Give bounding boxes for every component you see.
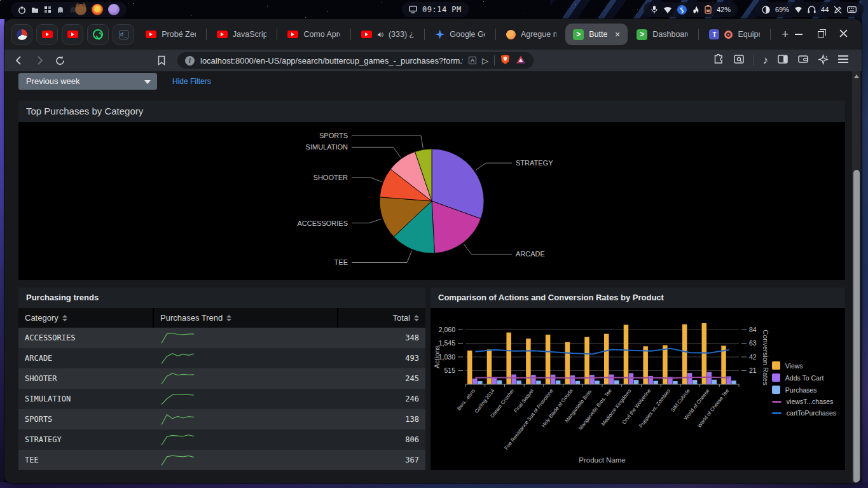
column-header-total[interactable]: Total — [338, 308, 425, 328]
legend-item-cart-to-purchases[interactable]: cartToPurchases — [772, 409, 836, 417]
table-row[interactable]: SHOOTER245 — [18, 368, 425, 389]
table-row[interactable]: TEE367 — [18, 450, 425, 470]
line-viewstchases[interactable] — [475, 377, 729, 379]
bar-adds-to-cart[interactable] — [492, 378, 497, 384]
bat-rewards-icon[interactable] — [516, 55, 526, 67]
page-scrollbar[interactable] — [852, 71, 860, 483]
bar-purchases[interactable] — [634, 380, 639, 384]
extensions-icon[interactable] — [713, 53, 724, 67]
screenshot-search-icon[interactable] — [733, 53, 745, 67]
bar-purchases[interactable] — [653, 381, 658, 384]
bar-views[interactable] — [506, 333, 511, 384]
ghost-icon[interactable] — [57, 6, 64, 13]
brave-shield-icon[interactable] — [500, 54, 510, 67]
bar-adds-to-cart[interactable] — [531, 375, 536, 384]
wallet-icon[interactable] — [797, 53, 809, 67]
pinned-tab-youtube-1[interactable] — [36, 24, 58, 45]
tab-probe-zed[interactable]: Probé Zed — [138, 24, 203, 45]
power-icon[interactable] — [18, 6, 26, 14]
address-bar[interactable]: i localhost:8000/en-US/app/search/butter… — [177, 52, 534, 69]
leo-ai-icon[interactable] — [818, 54, 829, 67]
bar-adds-to-cart[interactable] — [472, 379, 478, 384]
menu-icon[interactable] — [837, 55, 849, 66]
table-row[interactable]: ACCESSORIES348 — [18, 328, 425, 348]
send-tab-icon[interactable]: ▷ — [482, 56, 488, 66]
bar-adds-to-cart[interactable] — [570, 375, 575, 384]
bar-adds-to-cart[interactable] — [511, 375, 516, 384]
bar-views[interactable] — [487, 349, 492, 384]
legend-item-purchases[interactable]: Purchases — [772, 386, 836, 394]
hide-filters-link[interactable]: Hide Filters — [172, 77, 211, 86]
tab-buttercup-active[interactable]: >Butter× — [565, 24, 628, 45]
tab-javascript[interactable]: JavaScript — [209, 24, 275, 45]
tab-dashboard[interactable]: >Dashboard — [629, 24, 696, 45]
system-status-1[interactable]: 42% — [644, 2, 738, 17]
bar-purchases[interactable] — [614, 380, 619, 384]
bar-adds-to-cart[interactable] — [609, 375, 614, 384]
bar-views[interactable] — [467, 351, 472, 384]
bar-views[interactable] — [643, 346, 648, 384]
table-row[interactable]: ARCADE493 — [18, 348, 425, 368]
time-range-dropdown[interactable]: Previous week — [18, 73, 157, 90]
app-cat-icon[interactable] — [75, 4, 86, 15]
pinned-tab-youtube-2[interactable] — [62, 24, 83, 45]
pie-chart-svg[interactable]: STRATEGYARCADETEEACCESSORIESSHOOTERSIMUL… — [18, 122, 845, 280]
back-button[interactable] — [12, 53, 26, 67]
column-header-trend[interactable]: Purchases Trend — [153, 308, 338, 328]
legend-item-adds-to-cart[interactable]: Adds To Cart — [772, 373, 836, 382]
tab-agregue[interactable]: Agregue m — [499, 24, 564, 45]
legend-item-views-to-purchases[interactable]: viewsT...chases — [772, 398, 836, 405]
apps-grid-icon[interactable] — [44, 6, 52, 13]
bar-purchases[interactable] — [595, 380, 600, 384]
bar-adds-to-cart[interactable] — [707, 372, 712, 384]
bar-purchases[interactable] — [556, 380, 561, 384]
minimize-button[interactable] — [795, 34, 803, 35]
pinned-tab-logo[interactable] — [11, 24, 32, 45]
line-carttopurchases[interactable] — [475, 349, 729, 354]
bar-purchases[interactable] — [516, 380, 521, 384]
bar-views[interactable] — [584, 337, 589, 384]
tab-close-icon[interactable]: × — [615, 29, 620, 39]
tab-333-audio[interactable]: (333) ¿( — [354, 24, 422, 45]
files-icon[interactable] — [31, 6, 39, 13]
bar-purchases[interactable] — [731, 380, 736, 384]
legend-item-views[interactable]: Views — [772, 361, 836, 370]
bar-views[interactable] — [624, 324, 629, 384]
restore-button[interactable] — [818, 31, 824, 38]
bar-adds-to-cart[interactable] — [687, 373, 692, 384]
bar-adds-to-cart[interactable] — [551, 375, 556, 384]
bar-views[interactable] — [604, 334, 609, 384]
app-purple-icon[interactable] — [108, 4, 120, 15]
scroll-up-icon[interactable] — [854, 74, 859, 78]
tab-equipos[interactable]: TEquipo — [701, 24, 767, 45]
close-window-button[interactable] — [839, 29, 848, 40]
pinned-tab-code[interactable]: d_ — [113, 24, 134, 45]
bar-purchases[interactable] — [673, 381, 678, 384]
bar-purchases[interactable] — [478, 381, 483, 384]
table-row[interactable]: SIMULATION246 — [18, 389, 425, 409]
music-player-icon[interactable]: ♪ — [763, 54, 769, 67]
scrollbar-thumb[interactable] — [853, 170, 860, 483]
sidebar-icon[interactable] — [777, 53, 789, 67]
bookmark-icon[interactable] — [155, 53, 169, 67]
column-header-category[interactable]: Category — [18, 308, 153, 328]
bar-purchases[interactable] — [712, 380, 717, 384]
bar-views[interactable] — [702, 323, 707, 384]
translate-icon[interactable]: A — [469, 57, 476, 64]
bar-purchases[interactable] — [536, 380, 541, 384]
bar-purchases[interactable] — [497, 380, 502, 384]
tab-como-apre[interactable]: Como Apre — [280, 24, 348, 45]
bar-purchases[interactable] — [692, 380, 698, 384]
bar-adds-to-cart[interactable] — [629, 373, 634, 384]
clock-widget[interactable]: 09:14 PM — [402, 2, 469, 17]
pinned-tab-whatsapp[interactable] — [87, 24, 109, 45]
bar-purchases[interactable] — [575, 381, 581, 384]
forward-button[interactable] — [32, 53, 46, 67]
bar-views[interactable] — [682, 324, 687, 384]
tab-google-gemini[interactable]: Google Ge — [427, 24, 493, 45]
url-text[interactable]: localhost:8000/en-US/app/search/buttercu… — [200, 56, 463, 66]
system-status-2[interactable]: 69% 44 — [755, 2, 864, 17]
bar-adds-to-cart[interactable] — [589, 375, 595, 384]
table-row[interactable]: SPORTS138 — [18, 409, 425, 429]
site-info-icon[interactable]: i — [185, 56, 195, 66]
